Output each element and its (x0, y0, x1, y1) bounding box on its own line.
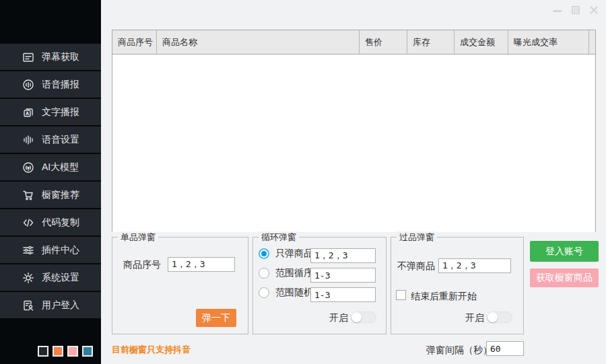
sidebar-item-voice-settings[interactable]: 语音设置 (0, 126, 101, 153)
sidebar-item-label: 语音播报 (42, 79, 79, 91)
loop-option-label: 只弹商品 (275, 248, 314, 260)
popup-interval-label: 弹窗间隔（秒） (426, 344, 492, 357)
sidebar-item-plugin-center[interactable]: 插件中心 (0, 237, 101, 263)
theme-swatch-pink[interactable] (67, 346, 78, 357)
sidebar-item-text-broadcast[interactable]: A 文字播报 (0, 99, 101, 125)
sidebar-item-label: 语音设置 (42, 134, 79, 146)
maximize-icon (571, 5, 580, 15)
skip-products-label: 不弹商品 (397, 260, 435, 272)
maximize-button[interactable] (570, 4, 581, 16)
restart-after-end-checkbox[interactable] (396, 290, 406, 300)
svg-text:A: A (26, 111, 29, 116)
sidebar-item-showcase[interactable]: 橱窗推荐 (0, 182, 101, 208)
plugin-icon (22, 244, 34, 256)
panel-skip-title: 过品弹窗 (397, 231, 437, 244)
radio-icon[interactable] (259, 268, 269, 279)
text-broadcast-icon: A (22, 106, 34, 118)
sidebar-item-label: 代码复制 (42, 217, 79, 229)
close-icon (589, 5, 599, 15)
sidebar-item-label: 文字播报 (42, 106, 79, 118)
column-header-index: 商品序号 (112, 30, 157, 54)
column-header-filler (589, 30, 595, 54)
loop-option-label: 范围循序 (275, 267, 314, 279)
sidebar-item-danmaku[interactable]: 弹幕获取 (0, 44, 101, 70)
code-icon (22, 217, 34, 229)
popup-interval-input[interactable] (486, 341, 524, 356)
theme-swatch-orange[interactable] (53, 346, 63, 357)
user-login-icon (22, 299, 34, 312)
minimize-icon (553, 5, 562, 15)
loop-toggle-label: 开启 (329, 312, 348, 324)
skip-products-input[interactable] (438, 258, 511, 273)
fetch-showcase-products-button[interactable]: 获取橱窗商品 (530, 268, 599, 287)
sidebar-item-label: 弹幕获取 (42, 51, 79, 63)
loop-option-range-random[interactable]: 范围随机 (259, 287, 314, 299)
sidebar-menu: 弹幕获取 语音播报 A 文字播报 语音设置 AI大模型 橱窗推荐 代码复制 (0, 44, 101, 320)
sidebar-item-voice-broadcast[interactable]: 语音播报 (0, 71, 101, 98)
cart-icon (22, 189, 34, 201)
product-table-body (112, 54, 595, 232)
sidebar-item-system-settings[interactable]: 系统设置 (0, 264, 101, 291)
skip-enable-toggle[interactable] (487, 312, 512, 323)
loop-option-only-products[interactable]: 只弹商品 (259, 248, 314, 260)
panel-single-popup: 单品弹窗 商品序号 弹一下 (112, 237, 248, 334)
platform-notice-text: 目前橱窗只支持抖音 (112, 344, 191, 356)
close-button[interactable] (588, 4, 599, 16)
sidebar-item-code-copy[interactable]: 代码复制 (0, 209, 101, 235)
sidebar-item-user-login[interactable]: 用户登入 (0, 292, 101, 318)
panel-loop-title: 循环弹窗 (259, 231, 299, 244)
voice-settings-icon (22, 134, 34, 146)
loop-range-random-input[interactable] (310, 287, 376, 302)
minimize-button[interactable] (552, 4, 563, 16)
panel-single-title: 单品弹窗 (118, 231, 158, 244)
sidebar-item-ai-model[interactable]: AI大模型 (0, 154, 101, 180)
sidebar-item-label: 橱窗推荐 (42, 189, 79, 201)
sidebar: 弹幕获取 语音播报 A 文字播报 语音设置 AI大模型 橱窗推荐 代码复制 (0, 0, 101, 364)
column-header-exposure: 曝光成交率 (508, 30, 589, 54)
loop-range-sequential-input[interactable] (310, 268, 376, 283)
loop-enable-toggle[interactable] (351, 312, 376, 323)
skip-toggle-label: 开启 (465, 312, 484, 324)
theme-swatches (38, 346, 93, 357)
restart-after-end-label: 结束后重新开始 (411, 291, 477, 303)
column-header-stock: 库存 (407, 30, 454, 54)
sidebar-item-label: 系统设置 (42, 272, 79, 284)
product-table-header: 商品序号 商品名称 售价 库存 成交金额 曝光成交率 (112, 30, 595, 54)
voice-broadcast-icon (22, 79, 34, 91)
radio-selected-icon[interactable] (259, 248, 269, 259)
gear-icon (22, 272, 34, 284)
column-header-name: 商品名称 (157, 30, 360, 54)
loop-option-label: 范围随机 (275, 287, 314, 299)
loop-only-products-input[interactable] (310, 248, 376, 263)
main-area: 商品序号 商品名称 售价 库存 成交金额 曝光成交率 单品弹窗 商品序号 弹一下… (101, 0, 606, 364)
single-product-index-label: 商品序号 (123, 259, 161, 271)
column-header-price: 售价 (360, 30, 407, 54)
theme-swatch-dark[interactable] (38, 346, 48, 357)
product-table: 商品序号 商品名称 售价 库存 成交金额 曝光成交率 (112, 30, 596, 232)
ai-model-icon (22, 161, 34, 174)
window-controls (552, 4, 599, 16)
loop-option-range-sequential[interactable]: 范围循序 (259, 267, 314, 279)
danmaku-icon (22, 51, 34, 63)
column-header-gmv: 成交金额 (454, 30, 508, 54)
sidebar-item-label: 用户登入 (42, 299, 79, 312)
panel-skip-popup: 过品弹窗 不弹商品 结束后重新开始 开启 (391, 237, 524, 334)
login-account-button[interactable]: 登入账号 (530, 241, 599, 262)
pop-once-button[interactable]: 弹一下 (196, 309, 236, 327)
single-product-index-input[interactable] (168, 257, 235, 272)
radio-icon[interactable] (259, 287, 269, 298)
theme-swatch-teal[interactable] (82, 346, 93, 357)
panel-loop-popup: 循环弹窗 只弹商品 范围循序 范围随机 开启 (252, 237, 386, 334)
sidebar-item-label: AI大模型 (42, 161, 79, 174)
sidebar-item-label: 插件中心 (42, 244, 79, 256)
